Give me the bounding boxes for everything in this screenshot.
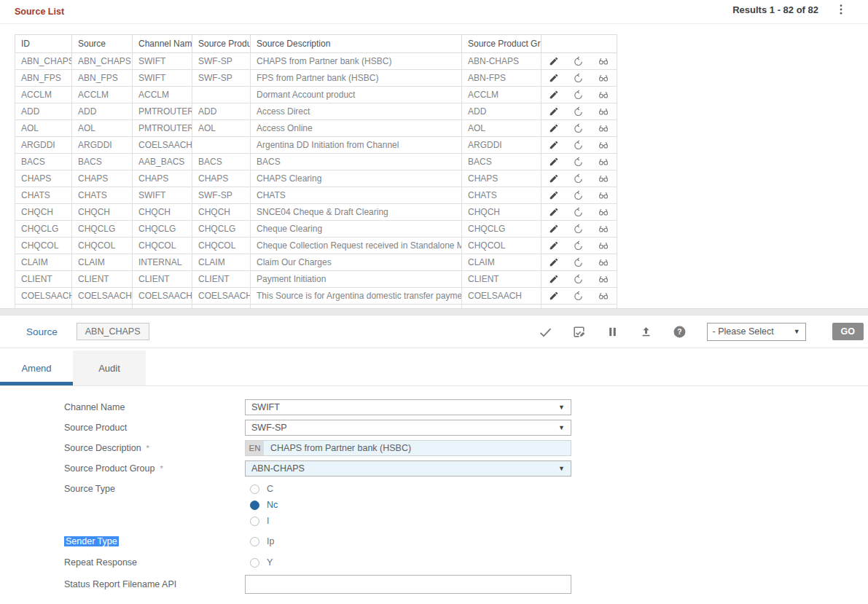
view-binoculars-icon[interactable] [598,106,609,117]
undo-icon[interactable] [573,307,584,309]
edit-pencil-icon[interactable] [549,240,559,251]
table-row[interactable]: CHATSCHATSSWIFTSWF-SPCHATSCHATS [15,187,617,204]
edit-pencil-icon[interactable] [549,73,559,83]
edit-pencil-icon[interactable] [549,307,559,308]
radio-button[interactable] [250,501,259,510]
table-row[interactable]: CHQCLGCHQCLGCHQCLGCHQCLGCheque ClearingC… [15,221,617,238]
edit-pencil-icon[interactable] [549,173,559,184]
undo-icon[interactable] [573,106,584,117]
select-field[interactable]: ABN-CHAPS▼ [245,460,571,476]
note-edit-icon[interactable] [563,325,596,339]
column-header[interactable]: Source Product [192,35,251,53]
column-header[interactable]: Source [72,35,133,53]
view-binoculars-icon[interactable] [598,72,609,84]
edit-pencil-icon[interactable] [549,274,559,284]
view-binoculars-icon[interactable] [598,307,609,308]
undo-icon[interactable] [573,90,584,101]
view-binoculars-icon[interactable] [598,122,609,134]
tab-audit[interactable]: Audit [73,350,146,385]
edit-pencil-icon[interactable] [549,56,559,66]
undo-icon[interactable] [573,274,584,285]
undo-icon[interactable] [573,257,584,268]
undo-icon[interactable] [573,207,584,218]
radio-option[interactable]: Ip [245,533,571,549]
table-row[interactable]: ABN_FPSABN_FPSSWIFTSWF-SPFPS from Partne… [15,70,617,87]
help-icon[interactable]: ? [663,325,697,339]
undo-icon[interactable] [573,56,584,67]
table-row[interactable]: BACSBACSAAB_BACSBACSBACSBACS [15,154,617,170]
action-select[interactable]: - Please Select ▼ [707,323,806,341]
go-button[interactable]: GO [832,323,864,340]
actions-column-header[interactable] [541,35,617,53]
undo-icon[interactable] [573,157,584,168]
view-binoculars-icon[interactable] [598,89,609,101]
edit-pencil-icon[interactable] [549,123,559,133]
view-binoculars-icon[interactable] [598,55,609,67]
undo-icon[interactable] [573,140,584,151]
edit-pencil-icon[interactable] [549,224,559,234]
table-row[interactable]: COELSAACHCOELSAACHCOELSAACHCOELSAACHThis… [15,288,617,305]
radio-option[interactable]: I [245,513,571,529]
table-row[interactable]: CLIENTCLIENTCLIENTCLIENTPayment Initiati… [15,271,617,288]
undo-icon[interactable] [573,173,584,184]
view-binoculars-icon[interactable] [598,139,609,151]
view-binoculars-icon[interactable] [598,240,609,251]
table-row[interactable]: ACCLMACCLMACCLMDormant Account productAC… [15,87,617,103]
detail-toolbar: ? - Please Select ▼ GO [529,323,864,341]
view-binoculars-icon[interactable] [598,173,609,184]
table-row[interactable]: CHAPSCHAPSCHAPSCHAPSCHAPS ClearingCHAPS [15,170,617,187]
edit-pencil-icon[interactable] [549,90,559,100]
column-header[interactable]: ID [15,35,72,53]
text-input[interactable] [245,575,571,594]
edit-pencil-icon[interactable] [549,190,559,200]
undo-icon[interactable] [573,190,584,201]
view-binoculars-icon[interactable] [598,189,609,201]
radio-button[interactable] [250,517,259,526]
view-binoculars-icon[interactable] [598,223,609,235]
undo-icon[interactable] [573,224,584,235]
edit-pencil-icon[interactable] [549,157,559,167]
select-field[interactable]: SWF-SP▼ [245,420,571,436]
select-field[interactable]: SWIFT▼ [245,399,571,415]
upload-icon[interactable] [630,326,663,338]
description-input[interactable]: CHAPS from Partner bank (HSBC) [264,441,571,455]
edit-pencil-icon[interactable] [549,257,559,267]
view-binoculars-icon[interactable] [598,156,609,168]
column-header[interactable]: Source Description [251,35,462,53]
table-row[interactable]: ADDADDPMTROUTERADDAccess DirectADD [15,103,617,120]
radio-option[interactable]: C [245,481,571,497]
language-prefix-badge[interactable]: EN [246,441,264,455]
pane-divider[interactable] [0,308,868,315]
radio-button[interactable] [250,558,259,568]
edit-pencil-icon[interactable] [549,140,559,150]
undo-icon[interactable] [573,291,584,302]
edit-pencil-icon[interactable] [549,291,559,301]
field-label-cell: Repeat Response [0,554,245,570]
table-row[interactable]: CHQCHCHQCHCHQCHCHQCHSNCE04 Cheque & Draf… [15,204,617,221]
radio-option[interactable]: Nc [245,497,571,513]
edit-pencil-icon[interactable] [549,106,559,117]
pause-icon[interactable] [596,326,630,338]
tab-amend[interactable]: Amend [0,350,73,385]
table-row[interactable]: ABN_CHAPSABN_CHAPSSWIFTSWF-SPCHAPS from … [15,53,617,70]
view-binoculars-icon[interactable] [598,256,609,268]
kebab-menu-icon[interactable] [834,3,848,16]
column-header[interactable]: Source Product Group [462,35,541,53]
table-row[interactable]: ARGDDIARGDDICOELSAACHArgentina DD Initia… [15,137,617,154]
source-id-chip[interactable]: ABN_CHAPS [77,323,149,340]
undo-icon[interactable] [573,123,584,134]
undo-icon[interactable] [573,73,584,84]
undo-icon[interactable] [573,240,584,251]
radio-button[interactable] [250,537,259,546]
radio-button[interactable] [250,485,259,494]
view-binoculars-icon[interactable] [598,273,609,285]
table-row[interactable]: CHQCOLCHQCOLCHQCOLCHQCOLCheque Collectio… [15,238,617,254]
edit-pencil-icon[interactable] [549,207,559,217]
table-row[interactable]: AOLAOLPMTROUTERAOLAccess OnlineAOL [15,120,617,137]
column-header[interactable]: Channel Name [133,35,192,53]
approve-check-icon[interactable] [529,324,563,340]
view-binoculars-icon[interactable] [598,206,609,218]
table-row[interactable]: CLAIMCLAIMINTERNALCLAIMClaim Our Charges… [15,254,617,271]
radio-option[interactable]: Y [245,554,571,570]
view-binoculars-icon[interactable] [598,290,609,302]
